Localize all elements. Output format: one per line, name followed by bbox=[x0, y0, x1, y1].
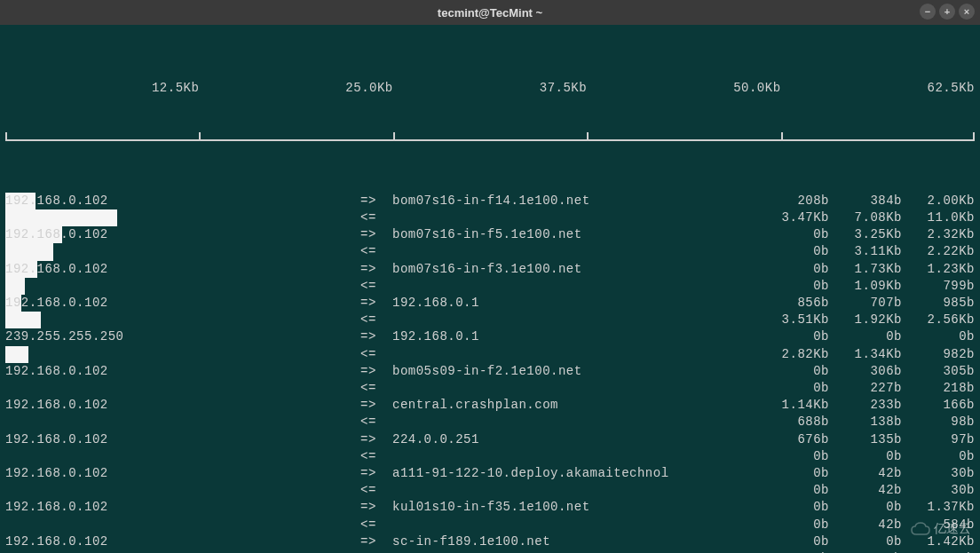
connection-row: 192.168.0.102=>central.crashplan.com1.14… bbox=[5, 397, 975, 414]
dest-host bbox=[392, 414, 756, 431]
source-host bbox=[5, 448, 360, 465]
dest-host bbox=[392, 448, 756, 465]
rate-10s: 0b bbox=[829, 533, 902, 550]
connection-row: 192.168.0.102=>sc-in-f189.1e100.net0b0b1… bbox=[5, 533, 975, 550]
rate-2s: 0b bbox=[756, 261, 829, 278]
rate-2s: 0b bbox=[756, 380, 829, 397]
scale-tick-label: 12.5Kb bbox=[5, 80, 199, 97]
rate-10s: 138b bbox=[829, 414, 902, 431]
connection-row: <=0b42b30b bbox=[5, 482, 975, 499]
connection-row: 192.168.0.102=>192.168.0.1856b707b985b bbox=[5, 295, 975, 312]
maximize-button[interactable]: + bbox=[939, 4, 955, 20]
arrow-icon: => bbox=[360, 397, 392, 414]
rate-2s: 0b bbox=[756, 482, 829, 499]
scale-labels: 12.5Kb25.0Kb37.5Kb50.0Kb62.5Kb bbox=[5, 80, 975, 97]
dest-host: bom07s16-in-f5.1e100.net bbox=[392, 226, 756, 243]
rate-10s: 135b bbox=[829, 431, 902, 448]
connection-row: 192.168.0.102=>bom05s09-in-f2.1e100.net0… bbox=[5, 363, 975, 380]
connection-row: <=2.82Kb1.34Kb982b bbox=[5, 346, 975, 363]
rate-40s: 0b bbox=[902, 448, 975, 465]
connection-row: <=0b0b0b bbox=[5, 448, 975, 465]
dest-host: 224.0.0.251 bbox=[392, 431, 756, 448]
rate-10s: 306b bbox=[829, 363, 902, 380]
rate-10s: 42b bbox=[829, 482, 902, 499]
rate-40s: 166b bbox=[902, 397, 975, 414]
arrow-icon: => bbox=[360, 261, 392, 278]
source-host: 192.168.0.102 bbox=[5, 193, 360, 209]
rate-10s: 1.92Kb bbox=[829, 312, 902, 328]
rate-2s: 208b bbox=[756, 193, 829, 209]
scale-tick-label: 25.0Kb bbox=[199, 80, 392, 97]
source-host: 192.168.0.102 bbox=[5, 465, 360, 482]
rate-40s: 1.37Kb bbox=[902, 499, 975, 516]
dest-host bbox=[392, 278, 756, 295]
rate-2s: 856b bbox=[756, 295, 829, 312]
rate-2s: 688b bbox=[756, 414, 829, 431]
connection-row: <=0b1.09Kb799b bbox=[5, 278, 975, 295]
arrow-icon: => bbox=[360, 193, 392, 209]
rate-40s: 11.0Kb bbox=[902, 209, 975, 226]
source-host: 192.168.0.102 bbox=[5, 295, 360, 312]
rate-10s: 384b bbox=[829, 193, 902, 209]
source-host: 192.168.0.102 bbox=[5, 226, 360, 243]
arrow-icon: <= bbox=[360, 346, 392, 363]
rate-10s: 3.11Kb bbox=[829, 243, 902, 260]
rate-2s: 0b bbox=[756, 243, 829, 260]
rate-2s: 0b bbox=[756, 499, 829, 516]
rate-10s: 42b bbox=[829, 517, 902, 533]
rate-2s: 0b bbox=[756, 278, 829, 295]
scale-tick-label: 50.0Kb bbox=[587, 80, 780, 97]
dest-host bbox=[392, 517, 756, 533]
source-host bbox=[5, 482, 360, 499]
rate-10s: 707b bbox=[829, 295, 902, 312]
window-controls: − + × bbox=[920, 4, 975, 20]
rate-10s: 1.73Kb bbox=[829, 261, 902, 278]
arrow-icon: => bbox=[360, 328, 392, 345]
connection-row: 192.168.0.102=>kul01s10-in-f35.1e100.net… bbox=[5, 499, 975, 516]
rate-10s: 0b bbox=[829, 448, 902, 465]
close-button[interactable]: × bbox=[959, 4, 975, 20]
scale-rule bbox=[5, 130, 975, 141]
titlebar: tecmint@TecMint ~ − + × bbox=[0, 0, 980, 25]
connection-row: <=0b3.11Kb2.22Kb bbox=[5, 243, 975, 260]
rate-2s: 0b bbox=[756, 517, 829, 533]
rate-10s: 233b bbox=[829, 397, 902, 414]
rate-2s: 676b bbox=[756, 431, 829, 448]
arrow-icon: => bbox=[360, 499, 392, 516]
rate-40s: 98b bbox=[902, 414, 975, 431]
connection-row: <=3.51Kb1.92Kb2.56Kb bbox=[5, 312, 975, 328]
source-host bbox=[5, 414, 360, 431]
arrow-icon: <= bbox=[360, 448, 392, 465]
dest-host: central.crashplan.com bbox=[392, 397, 756, 414]
dest-host: bom07s16-in-f3.1e100.net bbox=[392, 261, 756, 278]
rate-40s: 0b bbox=[902, 328, 975, 345]
rate-40s: 2.32Kb bbox=[902, 226, 975, 243]
arrow-icon: <= bbox=[360, 380, 392, 397]
rate-2s: 0b bbox=[756, 226, 829, 243]
rate-2s: 2.82Kb bbox=[756, 346, 829, 363]
arrow-icon: <= bbox=[360, 517, 392, 533]
rate-2s: 0b bbox=[756, 533, 829, 550]
source-host: 192.168.0.102 bbox=[5, 533, 360, 550]
connection-row: 239.255.255.250=>192.168.0.10b0b0b bbox=[5, 328, 975, 345]
connection-row: 192.168.0.102=>bom07s16-in-f3.1e100.net0… bbox=[5, 261, 975, 278]
connection-row: <=0b42b584b bbox=[5, 517, 975, 533]
scale-tick-label: 37.5Kb bbox=[393, 80, 587, 97]
source-host bbox=[5, 312, 360, 328]
rate-40s: 2.56Kb bbox=[902, 312, 975, 328]
connection-row: 192.168.0.102=>bom07s16-in-f14.1e100.net… bbox=[5, 193, 975, 209]
source-host: 192.168.0.102 bbox=[5, 397, 360, 414]
rate-40s: 982b bbox=[902, 346, 975, 363]
source-host bbox=[5, 346, 360, 363]
minimize-button[interactable]: − bbox=[920, 4, 936, 20]
connection-row: 192.168.0.102=>a111-91-122-10.deploy.aka… bbox=[5, 465, 975, 482]
arrow-icon: => bbox=[360, 465, 392, 482]
source-host: 192.168.0.102 bbox=[5, 363, 360, 380]
rate-2s: 0b bbox=[756, 448, 829, 465]
source-host bbox=[5, 517, 360, 533]
source-host bbox=[5, 278, 360, 295]
connection-row: <=0b227b218b bbox=[5, 380, 975, 397]
connection-row: <=3.47Kb7.08Kb11.0Kb bbox=[5, 209, 975, 226]
rate-40s: 97b bbox=[902, 431, 975, 448]
connection-row: 192.168.0.102=>224.0.0.251676b135b97b bbox=[5, 431, 975, 448]
